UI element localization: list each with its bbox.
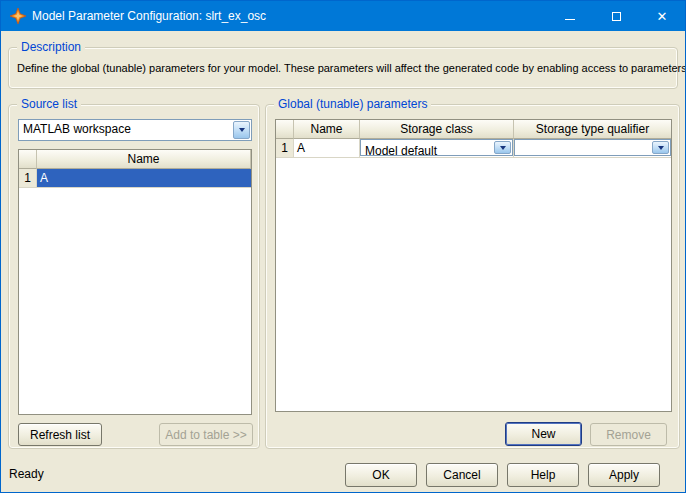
window-title: Model Parameter Configuration: slrt_ex_o… [32,9,547,23]
source-dropdown[interactable]: MATLAB workspace [18,119,252,141]
source-dropdown-value: MATLAB workspace [19,120,232,140]
global-parameters-group-label: Global (tunable) parameters [274,97,431,111]
row-number-cell: 1 [276,139,294,158]
chevron-down-icon [239,128,245,132]
ok-button[interactable]: OK [345,463,417,487]
row-number-cell: 1 [19,169,37,188]
source-table-row[interactable]: 1 A [19,169,251,188]
titlebar[interactable]: Model Parameter Configuration: slrt_ex_o… [1,1,685,31]
help-button[interactable]: Help [507,463,579,487]
source-list-group: Source list MATLAB workspace Name 1 A Re… [8,104,260,449]
apply-button[interactable]: Apply [588,463,660,487]
source-table-name-header: Name [37,150,251,169]
status-text: Ready [9,467,44,481]
global-table-name-cell[interactable]: A [294,139,360,158]
maximize-icon [612,12,621,21]
global-parameters-group: Global (tunable) parameters Name Storage… [265,104,680,449]
source-dropdown-arrow-button[interactable] [233,121,250,139]
matlab-app-icon [10,8,26,24]
global-table-name-header: Name [294,120,360,139]
description-group-label: Description [17,40,85,54]
add-to-table-button: Add to table >> [159,423,253,446]
description-group: Description Define the global (tunable) … [8,47,678,89]
source-table-header: Name [19,150,251,169]
storage-class-value: Model default [361,140,493,155]
global-table-storage-type-qualifier-cell[interactable] [514,139,671,158]
refresh-list-button[interactable]: Refresh list [18,423,102,446]
chevron-down-icon [658,146,664,150]
description-text: Define the global (tunable) parameters f… [17,62,671,74]
maximize-button[interactable] [593,1,639,31]
global-table-storage-class-header: Storage class [360,120,514,139]
global-parameters-table[interactable]: Name Storage class Storage type qualifie… [275,119,672,412]
storage-class-dropdown-arrow-button[interactable] [494,141,511,154]
close-button[interactable]: ✕ [639,1,685,31]
model-parameter-configuration-dialog: Model Parameter Configuration: slrt_ex_o… [0,0,686,493]
global-table-row[interactable]: 1 A Model default [276,139,671,158]
remove-button: Remove [590,423,667,446]
source-table-name-cell[interactable]: A [37,169,251,188]
storage-type-qualifier-dropdown[interactable] [514,139,671,156]
close-icon: ✕ [657,9,668,24]
source-table[interactable]: Name 1 A [18,149,252,415]
global-table-corner-cell [276,120,294,139]
source-list-group-label: Source list [17,97,81,111]
minimize-button[interactable] [547,1,593,31]
storage-type-qualifier-dropdown-arrow-button[interactable] [652,141,669,154]
minimize-icon [565,19,575,20]
storage-class-dropdown[interactable]: Model default [360,139,513,156]
footer-buttons: OK Cancel Help Apply [345,463,660,487]
chevron-down-icon [500,146,506,150]
source-table-corner-cell [19,150,37,169]
global-table-storage-type-qualifier-header: Storage type qualifier [514,120,671,139]
cancel-button[interactable]: Cancel [426,463,498,487]
storage-type-qualifier-value [515,140,651,155]
global-table-header: Name Storage class Storage type qualifie… [276,120,671,139]
new-button[interactable]: New [505,422,582,446]
global-table-storage-class-cell[interactable]: Model default [360,139,514,158]
